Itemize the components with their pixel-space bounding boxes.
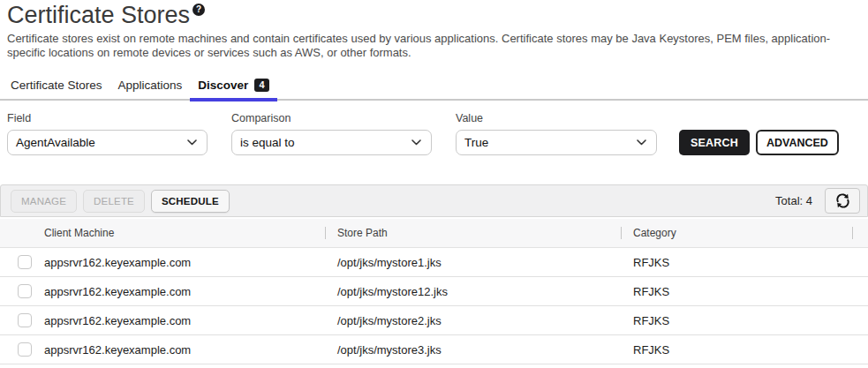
value-select[interactable]: True (456, 130, 657, 155)
category-cell: RFJKS (621, 314, 852, 327)
field-select[interactable]: AgentAvailable (7, 130, 208, 155)
client-machine-cell: appsrvr162.keyexample.com (37, 285, 325, 298)
comparison-select[interactable]: is equal to (231, 130, 432, 155)
refresh-button[interactable] (825, 188, 860, 214)
category-cell: RFJKS (621, 285, 852, 298)
tab-bar: Certificate Stores Applications Discover… (0, 74, 868, 101)
chevron-down-icon (187, 139, 197, 146)
help-icon[interactable]: ? (192, 4, 205, 16)
refresh-icon (834, 192, 851, 209)
checkbox-cell (0, 313, 37, 327)
column-header-label: Store Path (337, 227, 388, 239)
comparison-select-value: is equal to (240, 136, 295, 149)
value-select-value: True (464, 136, 488, 149)
tab-label: Discover (198, 79, 248, 92)
store-path-cell: /opt/jks/mystore1.jks (325, 256, 621, 269)
advanced-button[interactable]: ADVANCED (756, 130, 839, 155)
store-path-cell: /opt/jks/mystore3.jks (325, 343, 621, 357)
category-cell: RFJKS (621, 343, 852, 357)
tab-label: Certificate Stores (11, 79, 102, 92)
value-group: Value True (456, 112, 657, 155)
column-header-label: Client Machine (44, 227, 114, 239)
table-header: Client Machine Store Path Category (0, 219, 868, 248)
schedule-button[interactable]: SCHEDULE (151, 190, 230, 213)
tab-certificate-stores[interactable]: Certificate Stores (3, 74, 110, 99)
chevron-down-icon (637, 139, 646, 146)
category-cell: RFJKS (621, 256, 852, 269)
store-path-cell: /opt/jks/mystore12.jks (325, 285, 621, 298)
table-row[interactable]: appsrvr162.keyexample.com /opt/jks/mysto… (0, 335, 868, 364)
field-label: Field (7, 112, 208, 124)
column-header-client-machine: Client Machine (37, 219, 325, 247)
store-path-cell: /opt/jks/mystore2.jks (325, 314, 621, 327)
page-header: Certificate Stores? Certificate stores e… (0, 0, 868, 60)
certificate-stores-page: Certificate Stores? Certificate stores e… (0, 0, 868, 368)
total-count-label: Total: 4 (775, 194, 812, 207)
comparison-group: Comparison is equal to (231, 112, 432, 155)
row-checkbox[interactable] (18, 284, 32, 298)
page-description: Certificate stores exist on remote machi… (7, 32, 835, 60)
search-form: Field AgentAvailable Comparison is equal… (0, 101, 868, 155)
chevron-down-icon (411, 139, 421, 146)
table-row[interactable]: appsrvr162.keyexample.com /opt/jks/mysto… (0, 248, 868, 277)
row-checkbox[interactable] (18, 255, 32, 269)
row-checkbox[interactable] (18, 313, 32, 327)
discover-count-badge: 4 (254, 79, 268, 92)
client-machine-cell: appsrvr162.keyexample.com (37, 314, 325, 327)
column-divider (852, 227, 853, 239)
value-label: Value (456, 112, 657, 124)
tab-applications[interactable]: Applications (110, 74, 191, 99)
table-row[interactable]: appsrvr162.keyexample.com /opt/jks/mysto… (0, 277, 868, 306)
field-select-value: AgentAvailable (16, 136, 95, 149)
client-machine-cell: appsrvr162.keyexample.com (37, 256, 325, 269)
header-end-spacer (852, 219, 868, 247)
checkbox-cell (0, 284, 37, 298)
tab-discover[interactable]: Discover 4 (190, 74, 276, 99)
comparison-label: Comparison (231, 112, 432, 124)
delete-button[interactable]: DELETE (83, 190, 145, 213)
search-button[interactable]: SEARCH (679, 130, 750, 155)
field-group: Field AgentAvailable (7, 112, 208, 155)
tab-label: Applications (118, 79, 183, 92)
client-machine-cell: appsrvr162.keyexample.com (37, 343, 325, 357)
grid-toolbar: MANAGE DELETE SCHEDULE Total: 4 (0, 184, 868, 217)
page-title-text: Certificate Stores (7, 2, 190, 28)
manage-button[interactable]: MANAGE (11, 190, 77, 213)
header-checkbox-spacer (0, 219, 37, 247)
checkbox-cell (0, 255, 37, 269)
column-divider (325, 227, 326, 239)
column-header-store-path: Store Path (325, 219, 621, 247)
page-title: Certificate Stores? (7, 2, 861, 28)
column-header-label: Category (633, 227, 676, 239)
row-checkbox[interactable] (18, 342, 32, 357)
column-header-category: Category (621, 219, 852, 247)
checkbox-cell (0, 342, 37, 357)
column-divider (621, 227, 622, 239)
table-row[interactable]: appsrvr162.keyexample.com /opt/jks/mysto… (0, 306, 868, 335)
